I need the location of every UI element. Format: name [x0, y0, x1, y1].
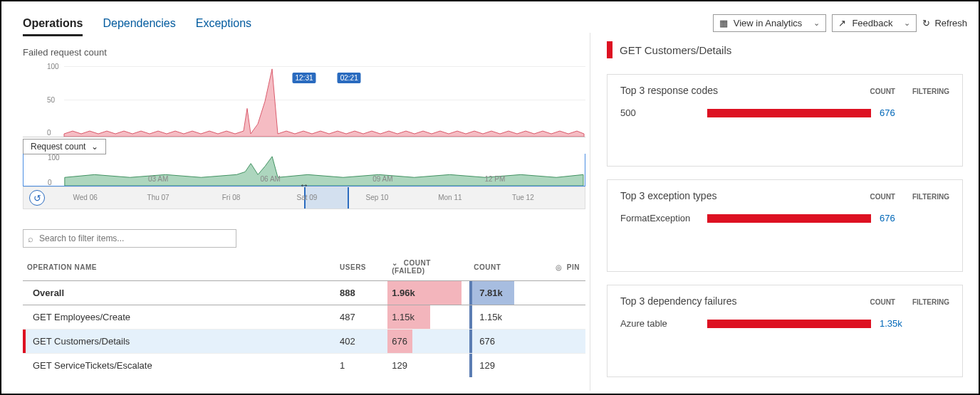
col-count[interactable]: COUNT: [469, 249, 551, 281]
summary-panel: Top 3 exception typesCOUNTFILTERINGForma…: [607, 179, 963, 272]
range-end-thumb[interactable]: 02:21: [338, 73, 361, 83]
count-cell: 1.15k: [469, 305, 551, 330]
failed-count-cell: 129: [387, 354, 469, 378]
chevron-down-icon: ⌄: [904, 19, 910, 28]
timeline-back-button[interactable]: ↺: [29, 190, 45, 206]
count-cell: 676: [469, 330, 551, 354]
grid-icon: ▦: [719, 18, 728, 28]
count-cell: 129: [469, 354, 551, 378]
sort-desc-icon: ⌄: [392, 259, 398, 267]
users-cell: 1: [335, 354, 387, 378]
timeline-minimap[interactable]: ↺ ↔ Wed 06 Thu 07 Fri 08 Sat 09 Sep 10 M…: [23, 186, 585, 209]
col-count-failed[interactable]: ⌄COUNT (FAILED): [387, 249, 469, 281]
metric-dropdown[interactable]: Request count ⌄: [23, 139, 106, 154]
chevron-down-icon: ⌄: [813, 19, 820, 28]
chart-title: Failed request count: [23, 47, 585, 58]
users-cell: 487: [335, 305, 387, 330]
failed-count-cell: 676: [387, 330, 469, 354]
search-icon: ⌕: [28, 233, 33, 244]
panel-row[interactable]: 500676: [620, 107, 949, 118]
external-link-icon: ↗: [838, 18, 846, 28]
table-row[interactable]: GET Employees/Create4871.15k1.15k: [23, 305, 585, 330]
failed-count-cell: 1.15k: [387, 305, 469, 330]
filter-search[interactable]: ⌕: [23, 229, 236, 248]
operation-name-cell: Overall: [23, 281, 335, 305]
table-row[interactable]: GET Customers/Details402676676: [23, 330, 585, 354]
col-users[interactable]: USERS: [335, 249, 387, 281]
search-input[interactable]: [38, 233, 231, 244]
panel-row[interactable]: FormatException676: [620, 213, 949, 223]
chevron-down-icon: ⌄: [91, 142, 98, 152]
col-operation-name[interactable]: OPERATION NAME: [23, 249, 335, 281]
tab-operations[interactable]: Operations: [23, 17, 83, 36]
filter-link[interactable]: 676: [880, 213, 917, 223]
panel-row[interactable]: Azure table1.35k: [620, 318, 949, 329]
resize-cursor-icon: ↔: [299, 179, 309, 191]
pin-icon: ◎: [556, 263, 563, 271]
col-pin[interactable]: ◎PIN: [551, 249, 585, 281]
feedback-button[interactable]: ↗ Feedback ⌄: [832, 14, 917, 32]
range-start-thumb[interactable]: 12:31: [292, 73, 316, 83]
detail-header: GET Customers/Details: [607, 41, 963, 58]
filter-link[interactable]: 676: [880, 107, 917, 118]
users-cell: 402: [335, 330, 387, 354]
tab-exceptions[interactable]: Exceptions: [196, 17, 251, 36]
tab-dependencies[interactable]: Dependencies: [103, 17, 175, 36]
summary-panel: Top 3 dependency failuresCOUNTFILTERINGA…: [607, 285, 963, 377]
summary-panel: Top 3 response codesCOUNTFILTERING500676: [607, 74, 963, 167]
view-analytics-button[interactable]: ▦ View in Analytics ⌄: [713, 14, 827, 32]
refresh-icon: ↻: [922, 18, 930, 28]
table-row[interactable]: Overall8881.96k7.81k: [23, 281, 585, 305]
refresh-button[interactable]: ↻ Refresh: [922, 18, 967, 28]
filter-link[interactable]: 1.35k: [880, 318, 917, 329]
operation-name-cell: GET Customers/Details: [23, 330, 335, 354]
operations-table: OPERATION NAME USERS ⌄COUNT (FAILED) COU…: [23, 249, 585, 377]
operation-name-cell: GET ServiceTickets/Escalate: [23, 354, 335, 378]
failed-count-cell: 1.96k: [387, 281, 469, 305]
table-row[interactable]: GET ServiceTickets/Escalate1129129: [23, 354, 585, 378]
operation-name-cell: GET Employees/Create: [23, 305, 335, 330]
users-cell: 888: [335, 281, 387, 305]
count-cell: 7.81k: [469, 281, 551, 305]
